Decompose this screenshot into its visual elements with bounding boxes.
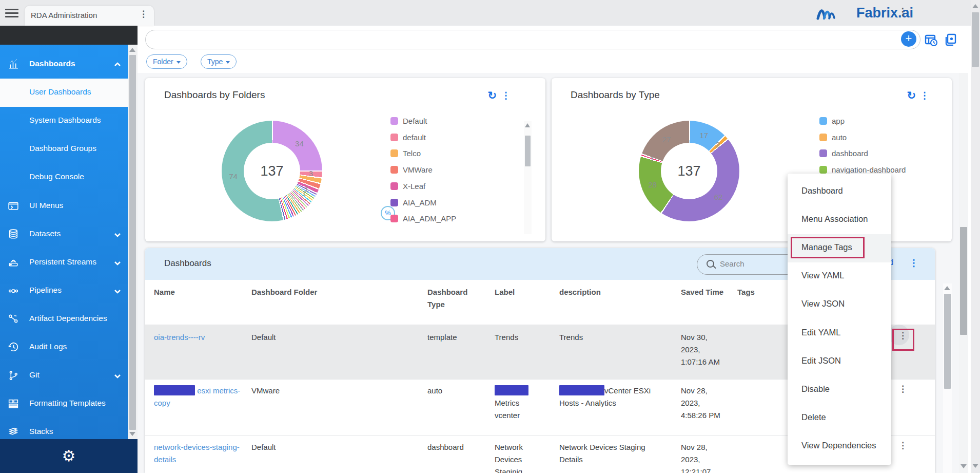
refresh-icon[interactable]: ↻: [907, 89, 916, 102]
menu-item-menu-association[interactable]: Menu Association: [788, 206, 891, 234]
data-label: 2: [716, 140, 720, 149]
sidebar-item-dashboard-groups[interactable]: Dashboard Groups: [0, 135, 128, 163]
stream-icon: [7, 256, 19, 269]
menu-item-disable[interactable]: Disable: [788, 376, 891, 404]
sidebar-item-ui-menus[interactable]: UI Menus: [0, 192, 128, 220]
search-placeholder: Search: [720, 259, 744, 268]
add-fab-button[interactable]: +: [901, 31, 916, 47]
legend-label: AIA_ADM: [403, 198, 437, 207]
legend-item-AIA_ADM[interactable]: AIA_ADM: [390, 198, 437, 209]
card-kebab-icon[interactable]: ⋮: [920, 90, 929, 101]
legend-scroll-thumb[interactable]: [525, 136, 531, 166]
menu-item-edit-json[interactable]: Edit JSON: [788, 348, 891, 376]
legend-swatch: [390, 166, 398, 174]
copy-pages-icon[interactable]: [944, 33, 957, 47]
legend-swatch: [390, 199, 398, 206]
sidebar-scrollbar[interactable]: [128, 45, 138, 439]
sidebar-item-debug-console[interactable]: Debug Console: [0, 163, 128, 192]
legend-item-AIA_ADM_APP[interactable]: AIA_ADM_APP: [390, 214, 456, 224]
legend-item-Telco[interactable]: Telco: [390, 149, 421, 159]
data-label: 1: [650, 155, 654, 163]
legend-swatch: [390, 149, 398, 157]
column-header-name[interactable]: Name: [154, 286, 245, 298]
legend-item-dashboard[interactable]: dashboard: [819, 149, 868, 159]
sidebar-item-datasets[interactable]: Datasets: [0, 220, 128, 249]
menu-item-label: View YAML: [801, 271, 844, 280]
sidebar-item-stacks[interactable]: Stacks: [0, 418, 128, 439]
menu-item-view-json[interactable]: View JSON: [788, 291, 891, 319]
column-header-label[interactable]: Label: [495, 286, 541, 298]
card-kebab-icon[interactable]: ⋮: [501, 90, 511, 101]
scroll-up-icon[interactable]: [525, 123, 530, 127]
legend-item-X-Leaf[interactable]: X-Leaf: [390, 182, 425, 192]
sidebar-item-formatting-templates[interactable]: Formatting Templates: [0, 390, 128, 418]
filter-chip-type[interactable]: Type: [201, 54, 237, 69]
legend-swatch: [390, 117, 398, 125]
legend-item-default[interactable]: default: [390, 133, 426, 143]
dashboard-link[interactable]: network-devices-staging-details: [154, 443, 240, 464]
scroll-down-icon[interactable]: [972, 464, 978, 468]
column-header-saved-time[interactable]: Saved Time: [681, 286, 724, 298]
legend-label: default: [403, 133, 426, 142]
row-kebab-icon[interactable]: ⋮: [898, 384, 907, 394]
hamburger-menu-icon[interactable]: [4, 7, 19, 19]
data-label: 34: [295, 139, 304, 147]
sidebar-item-artifact-dependencies[interactable]: Artifact Dependencies: [0, 305, 128, 333]
report-schedule-icon[interactable]: [925, 34, 938, 47]
filter-chip-folder[interactable]: Folder: [146, 54, 187, 69]
chevron-down-icon: [113, 372, 122, 380]
donut-center-total: 137: [260, 163, 283, 179]
legend-scrollbar[interactable]: [524, 121, 532, 234]
table-scrollbar[interactable]: [943, 283, 952, 473]
page-scroll-thumb[interactable]: [972, 12, 979, 67]
scroll-down-icon[interactable]: [129, 432, 135, 436]
legend-item-VMWare[interactable]: VMWare: [390, 165, 433, 176]
sidebar-item-audit-logs[interactable]: Audit Logs: [0, 333, 128, 362]
global-search-input[interactable]: [145, 30, 920, 49]
table-kebab-icon[interactable]: ⋮: [909, 257, 918, 269]
refresh-icon[interactable]: ↻: [487, 89, 497, 102]
sidebar-item-label: Stacks: [29, 427, 53, 436]
legend-label: VMWare: [403, 165, 433, 174]
sidebar-item-dashboards[interactable]: Dashboards: [0, 50, 128, 79]
column-header-dashboard-type[interactable]: Dashboard Type: [427, 286, 479, 311]
dashboard-link[interactable]: oia-trends----rv: [154, 333, 205, 342]
gear-icon[interactable]: ⚙: [62, 447, 76, 464]
sidebar-item-pipelines[interactable]: Pipelines: [0, 277, 128, 305]
legend-label: app: [832, 117, 845, 125]
sidebar-item-git[interactable]: Git: [0, 362, 128, 390]
menu-item-dashboard[interactable]: Dashboard: [788, 178, 891, 206]
menu-item-view-yaml[interactable]: View YAML: [788, 262, 891, 291]
page-scrollbar[interactable]: [971, 0, 980, 473]
sidebar-scroll-thumb[interactable]: [129, 55, 136, 430]
sidebar-item-label: Git: [29, 370, 40, 380]
content-scroll-thumb[interactable]: [960, 227, 967, 335]
sidebar-item-user-dashboards[interactable]: User Dashboards: [0, 79, 128, 107]
content-scrollbar[interactable]: [959, 73, 968, 473]
chevron-up-icon: [113, 61, 122, 69]
sidebar-item-persistent-streams[interactable]: Persistent Streams: [0, 249, 128, 277]
scroll-up-icon[interactable]: [129, 48, 135, 52]
table-scroll-thumb[interactable]: [944, 294, 951, 389]
legend-item-Default[interactable]: Default: [390, 117, 427, 127]
menu-item-label: Disable: [801, 384, 830, 394]
cell: network-devices-staging-details: [154, 441, 245, 466]
topbar-kebab-icon[interactable]: ⋮: [898, 7, 908, 16]
column-header-description[interactable]: description: [559, 286, 670, 298]
scroll-up-icon[interactable]: [944, 286, 950, 290]
column-header-dashboard-folder[interactable]: Dashboard Folder: [251, 286, 416, 298]
tab-kebab-icon[interactable]: ⋮: [139, 10, 148, 18]
scroll-down-icon[interactable]: [961, 464, 967, 468]
sidebar-item-label: Persistent Streams: [29, 257, 96, 267]
menu-item-delete[interactable]: Delete: [788, 404, 891, 432]
legend-item-auto[interactable]: auto: [819, 133, 847, 143]
sidebar-item-label: Audit Logs: [29, 342, 67, 351]
scroll-up-icon[interactable]: [972, 4, 978, 8]
filter-chip-label: Folder: [153, 58, 173, 66]
bar-chart-icon: [7, 58, 19, 70]
menu-item-edit-yaml[interactable]: Edit YAML: [788, 319, 891, 348]
sidebar-item-system-dashboards[interactable]: System Dashboards: [0, 107, 128, 135]
row-kebab-icon[interactable]: ⋮: [898, 440, 907, 451]
legend-item-app[interactable]: app: [819, 117, 845, 127]
menu-item-view-dependencies[interactable]: View Dependencies: [788, 432, 891, 461]
